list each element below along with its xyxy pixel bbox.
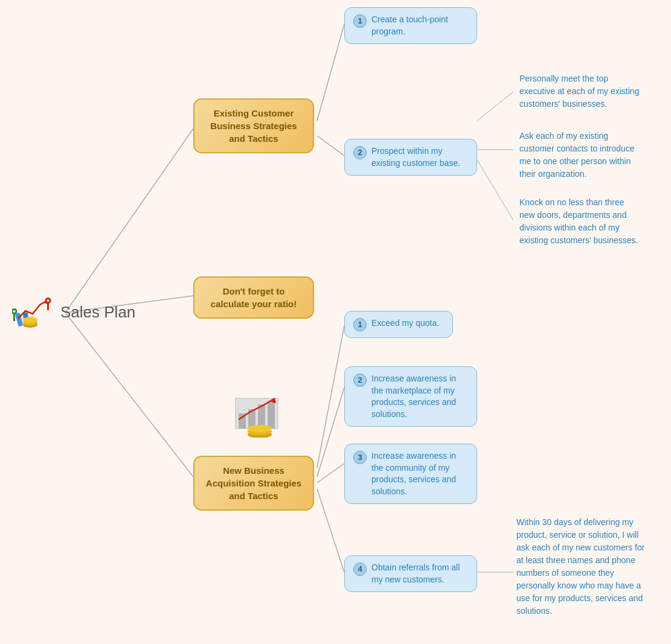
existing-plain-3: Knock on no less than three new doors, d… bbox=[519, 196, 640, 247]
new-item-2-num: 2 bbox=[353, 374, 367, 387]
existing-item-2-num: 2 bbox=[353, 146, 367, 159]
existing-plain-2: Ask each of my existing customer contact… bbox=[519, 130, 640, 180]
new-item-4-num: 4 bbox=[353, 563, 367, 576]
existing-item-1: 1 Create a touch-point program. bbox=[344, 7, 477, 44]
svg-line-3 bbox=[317, 24, 344, 121]
svg-point-24 bbox=[47, 299, 50, 302]
svg-point-33 bbox=[248, 425, 272, 432]
svg-line-11 bbox=[317, 489, 344, 572]
ratio-box: Don't forget to calculate your ratio! bbox=[193, 276, 314, 319]
sales-plan-root: Sales Plan bbox=[12, 296, 135, 329]
sales-plan-icon bbox=[12, 296, 54, 329]
svg-line-7 bbox=[477, 160, 513, 220]
svg-line-4 bbox=[317, 136, 344, 156]
svg-point-17 bbox=[23, 317, 37, 323]
chart-icon bbox=[233, 392, 287, 440]
existing-plain-1: Personally meet the top executive at eac… bbox=[519, 72, 640, 110]
svg-line-0 bbox=[65, 129, 193, 313]
svg-line-2 bbox=[65, 313, 193, 477]
existing-customer-box: Existing Customer Business Strategies an… bbox=[193, 98, 314, 153]
new-item-1: 1 Exceed my quota. bbox=[344, 311, 453, 338]
svg-line-10 bbox=[317, 464, 344, 483]
existing-item-1-num: 1 bbox=[353, 14, 367, 28]
new-item-3: 3 Increase awareness in the community of… bbox=[344, 444, 477, 504]
new-item-1-num: 1 bbox=[353, 318, 367, 331]
sales-plan-label: Sales Plan bbox=[60, 303, 135, 322]
new-item-4: 4 Obtain referrals from all my new custo… bbox=[344, 555, 477, 592]
new-item-2: 2 Increase awareness in the marketplace … bbox=[344, 366, 477, 427]
existing-item-2: 2 Prospect within my existing customer b… bbox=[344, 139, 477, 176]
new-business-box: New Business Acquisition Strategies and … bbox=[193, 456, 314, 511]
svg-line-9 bbox=[317, 387, 344, 477]
svg-line-5 bbox=[477, 92, 513, 121]
new-item-3-num: 3 bbox=[353, 451, 367, 464]
svg-rect-29 bbox=[268, 401, 275, 429]
svg-line-8 bbox=[317, 326, 344, 468]
svg-point-21 bbox=[13, 310, 16, 313]
new-plain-1: Within 30 days of delivering my product,… bbox=[516, 516, 649, 617]
